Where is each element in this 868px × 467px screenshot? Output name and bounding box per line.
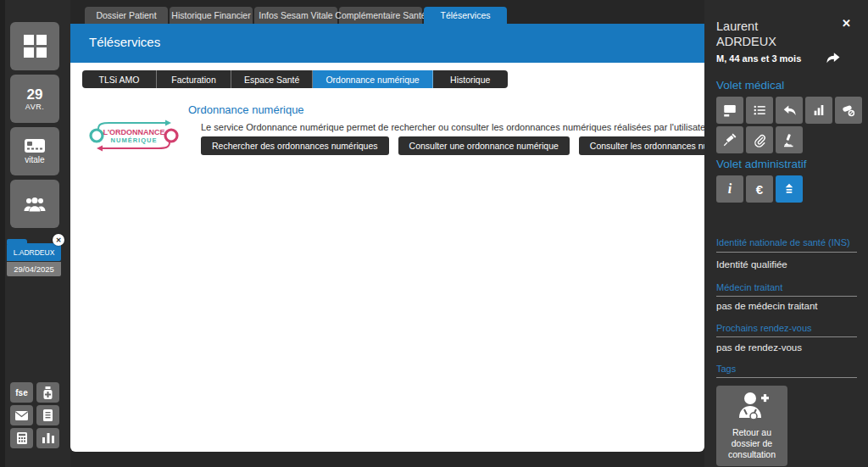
document-icon bbox=[43, 409, 53, 421]
patient-details: M, 44 ans et 3 mois bbox=[716, 53, 801, 64]
page-title: Téléservices bbox=[89, 35, 160, 49]
close-icon[interactable]: ✕ bbox=[53, 234, 64, 246]
subtab-historique[interactable]: Historique bbox=[433, 70, 508, 88]
main-panel: Dossier Patient Historique Financier Inf… bbox=[70, 0, 704, 467]
subtab-facturation[interactable]: Facturation bbox=[157, 70, 231, 88]
list-button[interactable] bbox=[746, 97, 773, 124]
share-icon[interactable] bbox=[825, 49, 842, 66]
messages-button[interactable] bbox=[10, 405, 33, 425]
rendez-vous-label: Prochains rendez-vous bbox=[716, 323, 812, 333]
subtabs-bar: TLSi AMO Facturation Espace Santé Ordonn… bbox=[82, 70, 508, 88]
medecin-traitant-value: pas de médecin traitant bbox=[716, 301, 818, 311]
patient-tag-date: 29/04/2025 bbox=[7, 262, 61, 276]
ins-label: Identité nationale de santé (INS) bbox=[716, 237, 850, 247]
statistics-button[interactable] bbox=[36, 428, 59, 448]
admin-icons: i € bbox=[716, 175, 868, 203]
fse-button[interactable]: fse bbox=[10, 382, 33, 403]
info-button[interactable]: i bbox=[716, 175, 743, 203]
consultation-screen-icon bbox=[722, 103, 737, 118]
calculator-button[interactable] bbox=[10, 428, 33, 448]
calculator-icon bbox=[17, 432, 27, 444]
tab-teleservices[interactable]: Téléservices bbox=[424, 7, 507, 24]
patients-list-button[interactable] bbox=[10, 180, 59, 228]
left-edge-strip bbox=[0, 0, 5, 467]
list-icon bbox=[752, 103, 767, 118]
open-patient-tag[interactable]: L.ADRDEUX 29/04/2025 ✕ bbox=[7, 243, 61, 276]
medications-button[interactable] bbox=[835, 97, 862, 124]
euro-icon: € bbox=[756, 182, 763, 197]
pills-icon bbox=[841, 103, 856, 118]
people-group-icon bbox=[22, 194, 47, 214]
rendez-vous-value: pas de rendez-vous bbox=[716, 342, 802, 353]
attachments-button[interactable] bbox=[746, 126, 773, 153]
tab-infos-sesam-vitale[interactable]: Infos Sesam Vitale bbox=[254, 7, 337, 24]
tags-label: Tags bbox=[716, 364, 736, 374]
doctor-plus-icon bbox=[733, 391, 771, 425]
info-icon: i bbox=[728, 181, 732, 197]
medical-icons bbox=[716, 97, 868, 153]
undo-button[interactable] bbox=[776, 97, 803, 124]
patient-folder-tab[interactable]: L.ADRDEUX bbox=[7, 243, 61, 261]
return-to-consultation-button[interactable]: Retour au dossier de consultation bbox=[716, 386, 787, 466]
bar-chart-icon bbox=[42, 433, 54, 443]
divider bbox=[716, 336, 857, 337]
syringe-icon bbox=[722, 132, 737, 147]
patient-panel: ✕ Laurent ADRDEUX M, 44 ans et 3 mois Vo… bbox=[704, 0, 868, 467]
divider bbox=[716, 252, 857, 253]
calendar-day: 29 bbox=[27, 87, 43, 103]
subtab-ordonnance-numerique[interactable]: Ordonnance numérique bbox=[313, 70, 432, 88]
tab-dossier-patient[interactable]: Dossier Patient bbox=[85, 7, 168, 24]
biology-button[interactable] bbox=[776, 126, 803, 153]
calendar-month: AVR. bbox=[25, 103, 44, 111]
fse-label: fse bbox=[15, 388, 27, 398]
vitale-card-icon bbox=[24, 138, 46, 153]
undo-arrow-icon bbox=[782, 103, 798, 119]
tab-historique-financier[interactable]: Historique Financier bbox=[170, 7, 253, 24]
volet-administratif-title: Volet administratif bbox=[716, 158, 807, 170]
top-tabs: Dossier Patient Historique Financier Inf… bbox=[85, 7, 507, 24]
divider bbox=[716, 377, 857, 378]
patient-last-name: ADRDEUX bbox=[716, 34, 776, 49]
microscope-icon bbox=[782, 132, 797, 147]
subtab-espace-sante[interactable]: Espace Santé bbox=[231, 70, 313, 88]
volet-medical-title: Volet médical bbox=[716, 79, 784, 92]
billing-button[interactable]: € bbox=[746, 175, 773, 203]
consulter-ordonnance-button[interactable]: Consulter une ordonnance numérique bbox=[398, 136, 570, 155]
agenda-date-button[interactable]: 29 AVR. bbox=[10, 75, 59, 123]
documents-button[interactable] bbox=[36, 405, 59, 425]
left-sidebar: 29 AVR. vitale L.ADRDEUX bbox=[0, 0, 70, 467]
ins-value: Identité qualifiée bbox=[716, 259, 787, 270]
medicine-bottle-icon bbox=[42, 386, 53, 399]
envelope-icon bbox=[15, 411, 28, 420]
ordonnance-numerique-logo: L'ORDONNANCE NUMÉRIQUE bbox=[87, 117, 181, 154]
patient-first-name: Laurent bbox=[716, 19, 776, 34]
logo-line2: NUMÉRIQUE bbox=[111, 136, 158, 144]
return-button-label: Retour au dossier de consultation bbox=[719, 427, 785, 460]
medecin-traitant-label: Médecin traitant bbox=[716, 282, 782, 292]
rechercher-ordonnances-button[interactable]: Rechercher des ordonnances numériques bbox=[201, 136, 389, 155]
service-actions: Rechercher des ordonnances numériques Co… bbox=[201, 136, 786, 155]
medicine-button[interactable] bbox=[36, 382, 59, 403]
paperclip-icon bbox=[753, 133, 767, 147]
apps-menu-button[interactable] bbox=[10, 22, 59, 70]
consultation-screen-button[interactable] bbox=[716, 97, 743, 124]
tab-complementaire-sante[interactable]: Complémentaire Santé bbox=[339, 7, 422, 24]
service-description: Le service Ordonnance numérique permet d… bbox=[201, 122, 715, 132]
subtab-tlsi-amo[interactable]: TLSi AMO bbox=[82, 70, 157, 88]
patient-name: Laurent ADRDEUX bbox=[716, 19, 776, 49]
section-header: Téléservices bbox=[70, 24, 704, 63]
divider bbox=[716, 296, 857, 297]
upload-icon bbox=[782, 182, 796, 196]
stats-chart-icon bbox=[812, 103, 826, 117]
logo-line1: L'ORDONNANCE bbox=[103, 128, 164, 136]
vaccination-button[interactable] bbox=[716, 126, 743, 153]
close-icon[interactable]: ✕ bbox=[842, 17, 851, 30]
apps-grid-icon bbox=[24, 35, 47, 58]
content-area: TLSi AMO Facturation Espace Santé Ordonn… bbox=[70, 63, 704, 452]
vitale-label: vitale bbox=[25, 155, 44, 164]
patient-tag-name: L.ADRDEUX bbox=[14, 248, 55, 257]
stats-button[interactable] bbox=[805, 97, 832, 124]
teletransmission-button[interactable] bbox=[776, 175, 803, 203]
carte-vitale-button[interactable]: vitale bbox=[10, 127, 59, 175]
service-heading: Ordonnance numérique bbox=[188, 103, 304, 116]
